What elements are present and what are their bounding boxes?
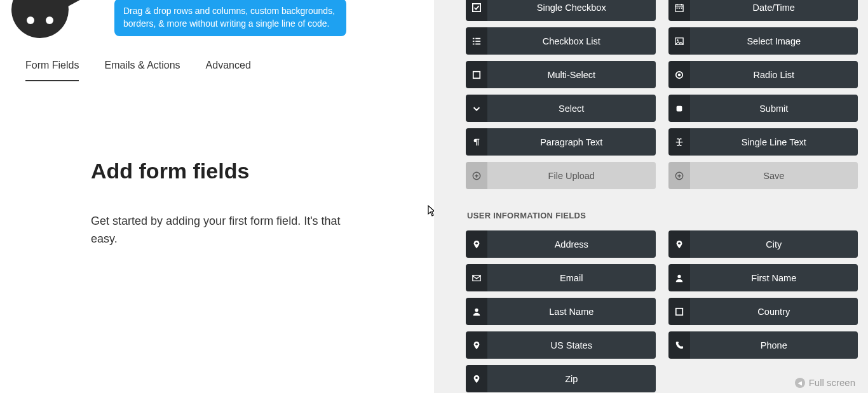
field-country[interactable]: Country bbox=[668, 298, 858, 325]
pilcrow-icon bbox=[466, 128, 487, 156]
pin-icon bbox=[466, 365, 487, 392]
field-label: Save bbox=[690, 162, 858, 189]
field-file-upload: File Upload bbox=[466, 162, 656, 189]
field-date-time[interactable]: Date/Time bbox=[668, 0, 858, 21]
pin-icon bbox=[466, 230, 487, 258]
pin-icon bbox=[668, 230, 690, 258]
arrow-left-circle-icon: ◄ bbox=[795, 378, 805, 388]
square-icon bbox=[668, 298, 690, 325]
field-label: Multi-Select bbox=[487, 61, 656, 88]
field-single-line-text[interactable]: Single Line Text bbox=[668, 128, 858, 156]
app-logo bbox=[11, 0, 88, 44]
calendar-icon bbox=[668, 0, 690, 21]
field-label: Checkbox List bbox=[487, 27, 656, 55]
field-label: Address bbox=[487, 230, 656, 258]
field-last-name[interactable]: Last Name bbox=[466, 298, 656, 325]
field-select-image[interactable]: Select Image bbox=[668, 27, 858, 55]
tab-advanced[interactable]: Advanced bbox=[206, 60, 251, 81]
field-label: Single Checkbox bbox=[487, 0, 656, 21]
field-radio-list[interactable]: Radio List bbox=[668, 61, 858, 88]
pin-icon bbox=[466, 331, 487, 359]
field-label: Submit bbox=[690, 95, 858, 122]
field-label: Date/Time bbox=[690, 0, 858, 21]
field-submit[interactable]: Submit bbox=[668, 95, 858, 122]
tab-emails-actions[interactable]: Emails & Actions bbox=[104, 60, 180, 81]
field-label: US States bbox=[487, 331, 656, 359]
user-icon bbox=[466, 298, 487, 325]
image-icon bbox=[668, 27, 690, 55]
field-paragraph-text[interactable]: Paragraph Text bbox=[466, 128, 656, 156]
field-checkbox-list[interactable]: Checkbox List bbox=[466, 27, 656, 55]
plus-circle-icon bbox=[668, 162, 690, 189]
field-label: City bbox=[690, 230, 858, 258]
field-city[interactable]: City bbox=[668, 230, 858, 258]
chevron-down-icon bbox=[466, 95, 487, 122]
phone-icon bbox=[668, 331, 690, 359]
fullscreen-label: Full screen bbox=[809, 377, 855, 388]
dot-icon bbox=[668, 61, 690, 88]
check-square-icon bbox=[466, 0, 487, 21]
field-save: Save bbox=[668, 162, 858, 189]
envelope-icon bbox=[466, 264, 487, 291]
list-icon bbox=[466, 27, 487, 55]
section-title-user-fields: USER INFORMATION FIELDS bbox=[467, 211, 858, 220]
field-single-checkbox[interactable]: Single Checkbox bbox=[466, 0, 656, 21]
field-zip[interactable]: Zip bbox=[466, 365, 656, 392]
user-icon bbox=[668, 264, 690, 291]
field-label: File Upload bbox=[487, 162, 656, 189]
square-fill-icon bbox=[668, 95, 690, 122]
field-phone[interactable]: Phone bbox=[668, 331, 858, 359]
field-label: Phone bbox=[690, 331, 858, 359]
field-email[interactable]: Email bbox=[466, 264, 656, 291]
text-cursor-icon bbox=[668, 128, 690, 156]
field-label: Email bbox=[487, 264, 656, 291]
field-select[interactable]: Select bbox=[466, 95, 656, 122]
field-address[interactable]: Address bbox=[466, 230, 656, 258]
field-label: Select bbox=[487, 95, 656, 122]
field-label: Zip bbox=[487, 365, 656, 392]
field-label: Radio List bbox=[690, 61, 858, 88]
square-icon bbox=[466, 61, 487, 88]
field-label: Last Name bbox=[487, 298, 656, 325]
field-first-name[interactable]: First Name bbox=[668, 264, 858, 291]
field-label: Paragraph Text bbox=[487, 128, 656, 156]
plus-circle-icon bbox=[466, 162, 487, 189]
field-multi-select[interactable]: Multi-Select bbox=[466, 61, 656, 88]
common-fields-grid: Single CheckboxDate/TimeCheckbox ListSel… bbox=[466, 0, 858, 189]
user-fields-grid: AddressCityEmailFirst NameLast NameCount… bbox=[466, 230, 858, 392]
fullscreen-toggle[interactable]: ◄ Full screen bbox=[795, 377, 855, 388]
field-label: First Name bbox=[690, 264, 858, 291]
field-label: Country bbox=[690, 298, 858, 325]
promo-tooltip: Drag & drop rows and columns, custom bac… bbox=[114, 0, 346, 36]
field-us-states[interactable]: US States bbox=[466, 331, 656, 359]
builder-tabs: Form Fields Emails & Actions Advanced bbox=[25, 60, 251, 81]
tab-form-fields[interactable]: Form Fields bbox=[25, 60, 79, 81]
page-title: Add form fields bbox=[91, 159, 358, 183]
page-subtitle: Get started by adding your first form fi… bbox=[91, 213, 358, 248]
field-label: Select Image bbox=[690, 27, 858, 55]
field-label: Single Line Text bbox=[690, 128, 858, 156]
